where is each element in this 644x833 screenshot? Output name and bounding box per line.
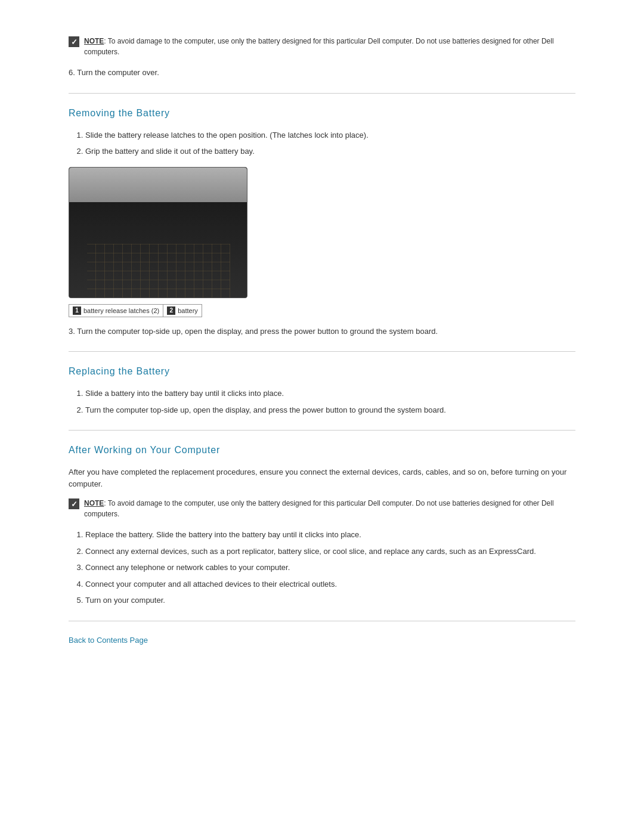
after-step-5: Turn on your computer. bbox=[85, 594, 575, 606]
top-note-box: ✓ NOTE: To avoid damage to the computer,… bbox=[69, 36, 575, 57]
replacing-step-2: Turn the computer top-side up, open the … bbox=[85, 404, 575, 416]
back-to-contents-link[interactable]: Back to Contents Page bbox=[69, 636, 148, 645]
after-note-text: NOTE: To avoid damage to the computer, u… bbox=[84, 498, 575, 519]
replacing-steps: Slide a battery into the battery bay unt… bbox=[69, 388, 575, 416]
removing-heading: Removing the Battery bbox=[69, 108, 575, 119]
legend-label-1: battery release latches (2) bbox=[83, 307, 159, 314]
after-step-2: Connect any external devices, such as a … bbox=[85, 546, 575, 558]
replacing-heading: Replacing the Battery bbox=[69, 366, 575, 377]
removing-steps: Slide the battery release latches to the… bbox=[69, 129, 575, 157]
removing-step-2: Grip the battery and slide it out of the… bbox=[85, 145, 575, 157]
after-step-4: Connect your computer and all attached d… bbox=[85, 578, 575, 590]
after-step-3: Connect any telephone or network cables … bbox=[85, 562, 575, 574]
laptop-bottom-panel bbox=[69, 202, 247, 298]
after-step-1: Replace the battery. Slide the battery i… bbox=[85, 529, 575, 541]
footer: Back to Contents Page bbox=[69, 636, 575, 645]
svg-text:✓: ✓ bbox=[71, 500, 78, 509]
svg-text:✓: ✓ bbox=[71, 38, 78, 47]
laptop-top-panel bbox=[69, 168, 247, 203]
replacing-section: Replacing the Battery Slide a battery in… bbox=[69, 366, 575, 416]
legend-item-1: 1 battery release latches (2) bbox=[69, 305, 163, 317]
legend-num-2: 2 bbox=[167, 306, 175, 315]
laptop-diagram: 1 2 bbox=[69, 167, 247, 298]
divider-4 bbox=[69, 621, 575, 621]
top-step-6: 6. Turn the computer over. bbox=[69, 67, 575, 79]
divider-1 bbox=[69, 93, 575, 94]
after-steps: Replace the battery. Slide the battery i… bbox=[69, 529, 575, 606]
removing-step-1: Slide the battery release latches to the… bbox=[85, 129, 575, 141]
after-intro: After you have completed the replacement… bbox=[69, 466, 575, 490]
legend-item-2: 2 battery bbox=[163, 305, 202, 317]
removing-step-3: 3. Turn the computer top-side up, open t… bbox=[69, 326, 575, 337]
after-section: After Working on Your Computer After you… bbox=[69, 445, 575, 606]
divider-2 bbox=[69, 351, 575, 352]
replacing-step-1: Slide a battery into the battery bay unt… bbox=[85, 388, 575, 400]
after-note-icon: ✓ bbox=[69, 498, 79, 509]
image-legend: 1 battery release latches (2) 2 battery bbox=[69, 304, 202, 317]
top-note-text: NOTE: To avoid damage to the computer, u… bbox=[84, 36, 575, 57]
legend-num-1: 1 bbox=[73, 306, 81, 315]
laptop-image-container: 1 2 1 battery release latches (2) 2 bbox=[69, 167, 247, 317]
circuit-pattern bbox=[87, 244, 230, 298]
divider-3 bbox=[69, 430, 575, 431]
after-note-box: ✓ NOTE: To avoid damage to the computer,… bbox=[69, 498, 575, 519]
removing-section: Removing the Battery Slide the battery r… bbox=[69, 108, 575, 337]
note-icon: ✓ bbox=[69, 36, 79, 47]
after-heading: After Working on Your Computer bbox=[69, 445, 575, 456]
legend-label-2: battery bbox=[178, 307, 198, 314]
